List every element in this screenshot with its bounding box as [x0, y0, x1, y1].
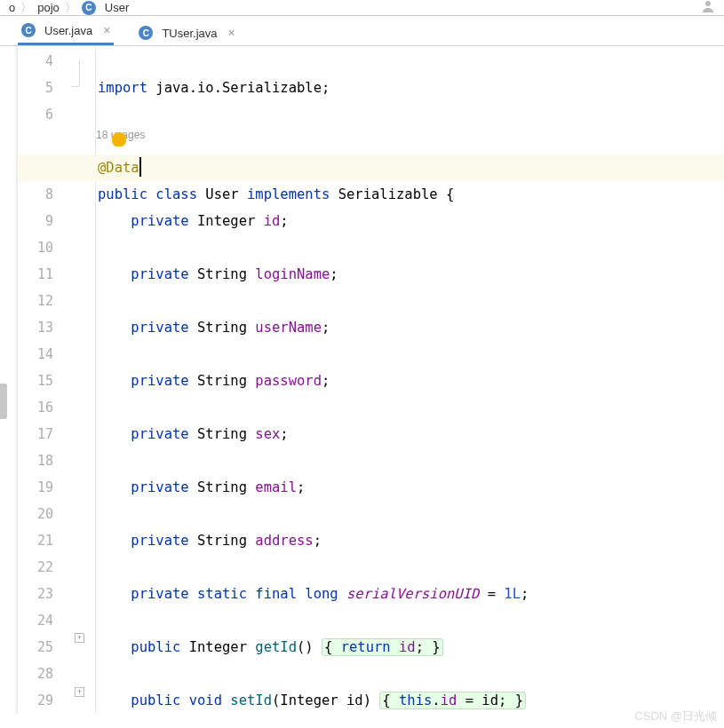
tab-label: TUser.java — [162, 27, 217, 40]
line-number: 9 — [18, 208, 69, 234]
code-line — [96, 554, 724, 581]
line-number: 25 — [18, 634, 69, 661]
fold-expand-icon[interactable]: + — [75, 633, 84, 643]
code-line — [96, 394, 724, 421]
line-number: 20 — [18, 501, 69, 527]
code-line: private String loginName; — [96, 261, 724, 288]
fold-expand-icon[interactable]: + — [75, 687, 84, 697]
crumb-part[interactable]: o — [9, 1, 15, 14]
code-line — [96, 607, 724, 634]
code-line: private String sex; — [96, 421, 724, 447]
fold-bracket-icon — [71, 60, 80, 87]
line-number: 23 — [18, 581, 69, 607]
code-line — [96, 234, 724, 261]
code-line — [96, 128, 724, 154]
close-icon[interactable]: × — [103, 23, 110, 37]
code-line: private String address; — [96, 527, 724, 554]
code-line: public Integer getId() { return id; } — [96, 634, 724, 661]
line-number: 10 — [18, 234, 69, 261]
code-line — [96, 48, 724, 75]
code-line — [96, 501, 724, 527]
code-line: private static final long serialVersionU… — [96, 581, 724, 607]
line-number: 13 — [18, 314, 69, 341]
tab-user-java[interactable]: C User.java × — [18, 16, 114, 45]
class-icon: C — [82, 1, 96, 15]
line-number: 17 — [18, 421, 69, 447]
close-icon[interactable]: × — [228, 26, 235, 40]
code-line: private String userName; — [96, 314, 724, 341]
tab-label: User.java — [44, 24, 92, 37]
code-line: public class User implements Serializabl… — [96, 181, 724, 208]
line-number: 22 — [18, 554, 69, 581]
line-number: 12 — [18, 288, 69, 314]
code-line: public void setId(Integer id) { this.id … — [96, 687, 724, 714]
fold-strip: + + — [69, 46, 96, 714]
line-number: 14 — [18, 341, 69, 368]
line-number: 28 — [18, 661, 69, 687]
line-number: 21 — [18, 527, 69, 554]
code-line: import java.io.Serializable; — [96, 75, 724, 101]
code-line: private String email; — [96, 474, 724, 501]
code-editor[interactable]: 18 usages import java.io.Serializable; @… — [96, 46, 724, 714]
code-line — [96, 288, 724, 314]
code-line-current: @Data — [96, 154, 724, 181]
line-number: 15 — [18, 368, 69, 394]
code-line — [96, 447, 724, 474]
chevron-right-icon: 〉 — [20, 0, 32, 16]
line-number-gutter: 4567891011121314151617181920212223242528… — [18, 46, 69, 714]
intention-bulb-icon[interactable] — [112, 132, 126, 146]
breadcrumb: o 〉 pojo 〉 C User — [0, 0, 724, 16]
editor-tabs: C User.java × C TUser.java × — [0, 16, 724, 46]
editor-area: 4567891011121314151617181920212223242528… — [0, 46, 724, 714]
line-number: 19 — [18, 474, 69, 501]
line-number: 29 — [18, 687, 69, 714]
class-icon: C — [139, 26, 153, 40]
line-number: 18 — [18, 447, 69, 474]
line-number: 11 — [18, 261, 69, 288]
code-line: private Integer id; — [96, 208, 724, 234]
svg-point-0 — [705, 1, 711, 6]
crumb-part[interactable]: User — [105, 1, 129, 14]
line-number: 5 — [18, 75, 69, 101]
line-number: 16 — [18, 394, 69, 421]
code-line — [96, 341, 724, 368]
line-number: 4 — [18, 48, 69, 75]
text-caret — [139, 157, 141, 177]
line-number: 6 — [18, 101, 69, 128]
class-icon: C — [21, 23, 36, 37]
code-line — [96, 661, 724, 687]
chevron-right-icon: 〉 — [65, 0, 76, 16]
user-icon[interactable] — [701, 0, 715, 16]
tab-tuser-java[interactable]: C TUser.java × — [135, 19, 238, 45]
crumb-part[interactable]: pojo — [37, 1, 60, 14]
line-number: 8 — [18, 181, 69, 208]
drag-handle[interactable] — [0, 384, 7, 419]
line-number: 24 — [18, 607, 69, 634]
code-line: private String password; — [96, 368, 724, 394]
left-gutter-pad — [0, 46, 18, 714]
code-line — [96, 101, 724, 128]
